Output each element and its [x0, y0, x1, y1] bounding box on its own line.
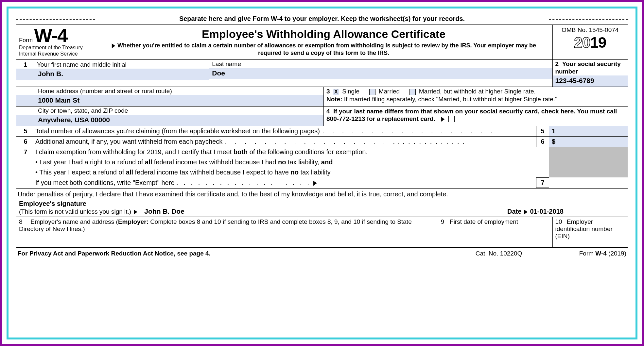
footer-right: Form W-4 (2019)	[541, 250, 626, 257]
signature-block: Employee's signature (This form is not v…	[19, 200, 507, 215]
box-9: 9 First date of employment	[438, 217, 552, 247]
checkbox-name-differs[interactable]	[448, 116, 455, 122]
line-7-number: 7	[16, 147, 35, 157]
footer: For Privacy Act and Paperwork Reduction …	[16, 248, 628, 257]
gray-block	[549, 167, 628, 177]
line-6-value-input[interactable]: $	[549, 137, 628, 147]
box-1-firstname: 1 Your first name and middle initial Joh…	[16, 60, 209, 87]
header-left: Form W-4 Department of the Treasury Inte…	[16, 25, 95, 60]
box-4-text: If your last name differs from that show…	[326, 108, 617, 122]
header-middle: Employee's Withholding Allowance Certifi…	[95, 25, 552, 60]
line-7: 7 I claim exemption from withholding for…	[16, 147, 628, 188]
line-5: 5 Total number of allowances you're clai…	[16, 126, 628, 136]
signature-note: (This form is not valid unless you sign …	[19, 208, 131, 215]
line-7-exempt-input[interactable]	[549, 177, 628, 188]
separator-instruction: Separate here and give Form W-4 to your …	[16, 15, 628, 23]
box-9-text: First date of employment	[450, 218, 518, 225]
ssn-input[interactable]: 123-45-6789	[553, 75, 628, 87]
line-7-box-number: 7	[536, 177, 549, 188]
year-suffix: 19	[590, 34, 606, 51]
home-address-input[interactable]: 1000 Main St	[16, 95, 323, 106]
city-input[interactable]: Anywhere, USA 00000	[16, 115, 323, 126]
box-8: 8 Employer's name and address (Employer:…	[16, 217, 438, 247]
arrow-right-icon: ▶	[112, 42, 115, 49]
form-code: W-4	[34, 26, 67, 44]
date-label: Date	[507, 208, 521, 215]
last-name-input[interactable]: Doe	[209, 68, 552, 79]
note-label: Note:	[326, 96, 342, 103]
dept-line-2: Internal Revenue Service	[19, 51, 92, 57]
checkbox-single[interactable]: X	[333, 89, 339, 95]
box-2-number: 2	[555, 60, 559, 67]
home-address-field: Home address (number and street or rural…	[16, 87, 324, 107]
line-7-intro: I claim exemption from withholding for 2…	[35, 147, 536, 157]
line-5-value-input[interactable]: 1	[549, 126, 628, 136]
arrow-right-icon: ▶	[313, 179, 317, 187]
line-7-bullet-2: • This year I expect a refund of all fed…	[35, 167, 536, 177]
signature-label: Employee's signature	[19, 200, 507, 207]
box-3-filing-status: 3 X Single Married Married, but withhold…	[324, 87, 628, 107]
subtitle-text: Whether you're entitled to claim a certa…	[117, 42, 536, 56]
header-right: OMB No. 1545-0074 2019	[552, 25, 628, 60]
line-5-text: Total number of allowances you're claimi…	[35, 127, 320, 135]
line-6: 6 Additional amount, if any, you want wi…	[16, 136, 628, 147]
home-address-label: Home address (number and street or rural…	[16, 87, 323, 95]
dept-line-1: Department of the Treasury	[19, 44, 92, 51]
box-4-name-differs: 4 If your last name differs from that sh…	[324, 106, 628, 126]
form-w4-table: Form W-4 Department of the Treasury Inte…	[16, 25, 628, 248]
box-10: 10 Employer identification number (EIN)	[552, 217, 628, 247]
box-10-number: 10	[555, 218, 565, 225]
gray-block	[549, 147, 628, 157]
form-title: Employee's Withholding Allowance Certifi…	[99, 28, 548, 41]
first-name-label: Your first name and middle initial	[37, 61, 127, 68]
line-5-box-number: 5	[536, 126, 549, 136]
last-name-label: Last name	[209, 60, 552, 68]
box-1-lastname: Last name Doe	[209, 60, 552, 87]
opt-married: Married	[379, 88, 400, 95]
box-8-number: 8	[19, 218, 29, 225]
arrow-right-icon: ▶	[441, 115, 445, 123]
footer-mid: Cat. No. 10220Q	[456, 250, 541, 257]
box-9-number: 9	[441, 218, 448, 225]
opt-single: Single	[342, 88, 359, 95]
line-5-number: 5	[16, 126, 35, 136]
ssn-label: Your social security number	[555, 60, 621, 75]
box-4-number: 4	[326, 108, 330, 115]
tax-year: 2019	[555, 34, 626, 51]
line-7-tail: If you meet both conditions, write "Exem…	[35, 179, 175, 186]
date-block: Date ▶ 01-01-2018	[507, 207, 625, 215]
signature-input[interactable]: John B. Doe	[144, 207, 184, 215]
form-subtitle: ▶ Whether you're entitled to claim a cer…	[99, 42, 548, 57]
line-6-text: Additional amount, if any, you want with…	[35, 138, 222, 145]
checkbox-married-higher[interactable]	[409, 89, 416, 95]
box-8-text: Employer's name and address (Employer: C…	[19, 218, 412, 232]
opt-married-higher: Married, but withhold at higher Single r…	[419, 88, 536, 95]
city-field: City or town, state, and ZIP code Anywhe…	[16, 106, 324, 126]
year-prefix: 20	[574, 34, 590, 51]
omb-number: OMB No. 1545-0074	[555, 26, 626, 34]
line-6-box-number: 6	[536, 137, 549, 147]
line-7-bullet-1: • Last year I had a right to a refund of…	[35, 157, 536, 167]
checkbox-married[interactable]	[369, 89, 375, 95]
note-text: If married filing separately, check "Mar…	[342, 96, 557, 103]
line-6-number: 6	[16, 137, 35, 147]
form-word: Form	[19, 37, 33, 43]
outer-frame: Separate here and give Form W-4 to your …	[0, 0, 644, 346]
perjury-statement: Under penalties of perjury, I declare th…	[16, 188, 628, 199]
box-2-ssn: 2 Your social security number 123-45-678…	[552, 60, 628, 87]
footer-left: For Privacy Act and Paperwork Reduction …	[18, 250, 456, 257]
gray-block	[549, 157, 628, 167]
first-name-input[interactable]: John B.	[16, 69, 209, 80]
city-label: City or town, state, and ZIP code	[16, 107, 323, 115]
date-input[interactable]: 01-01-2018	[530, 208, 563, 215]
arrow-right-icon: ▶	[134, 207, 137, 215]
inner-frame: Separate here and give Form W-4 to your …	[7, 7, 637, 339]
box-3-number: 3	[326, 88, 330, 95]
box-1-number: 1	[19, 60, 35, 69]
arrow-right-icon: ▶	[524, 207, 528, 215]
